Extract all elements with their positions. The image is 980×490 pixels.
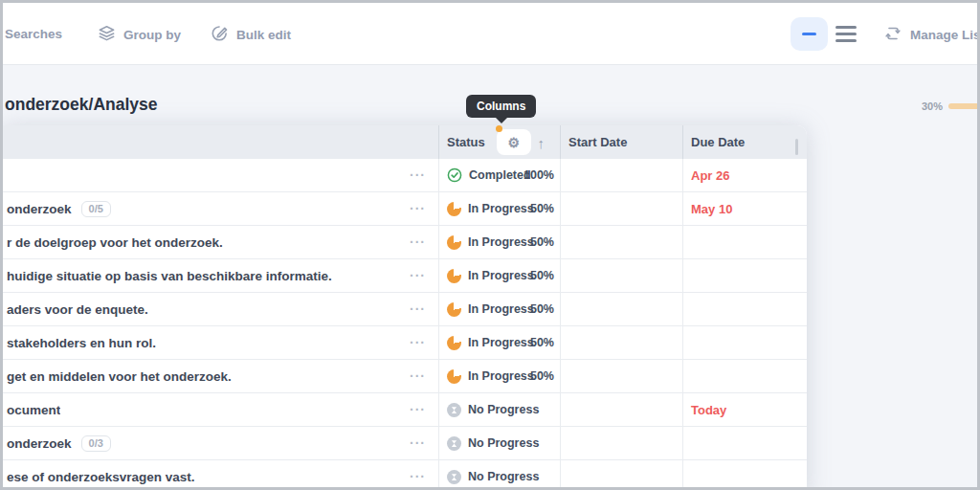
due-date: May 10 [683, 202, 732, 216]
progress-percent: 50% [530, 336, 554, 349]
start-date-cell[interactable] [560, 427, 682, 459]
table-row[interactable]: ··· Completed 100% Apr 26 [3, 159, 807, 192]
start-date-cell[interactable] [560, 326, 682, 359]
table-row[interactable]: r de doelgroep voor het onderzoek. ··· I… [3, 226, 807, 259]
sort-ascending-icon[interactable]: ↑ [538, 134, 546, 150]
start-date-cell[interactable] [560, 259, 682, 292]
task-name[interactable]: stakeholders en hun rol. [7, 336, 156, 350]
row-actions-button[interactable]: ··· [410, 269, 426, 282]
status-cell[interactable]: No Progress [438, 393, 560, 426]
status-label: In Progress [468, 302, 534, 316]
status-in-progress-icon [447, 269, 461, 283]
menu-icon[interactable] [835, 26, 857, 42]
due-date-cell[interactable] [682, 460, 807, 490]
task-name[interactable]: r de doelgroep voor het onderzoek. [7, 235, 223, 250]
due-date-cell[interactable] [682, 427, 807, 459]
table-row[interactable]: get en middelen voor het onderzoek. ··· … [3, 360, 807, 393]
manage-lists-button[interactable]: Manage Lists [883, 24, 980, 46]
progress-percent: 50% [530, 302, 554, 316]
task-table: Status ⚙ ↑ Start Date Due Date ··· [3, 125, 807, 490]
task-name[interactable]: onderzoek [7, 202, 72, 216]
status-label: Completed [469, 168, 531, 182]
start-date-cell[interactable] [560, 159, 682, 191]
saved-searches-button[interactable]: Searches [5, 27, 62, 41]
task-name[interactable]: ese of onderzoeksvragen vast. [7, 470, 195, 484]
row-actions-button[interactable]: ··· [410, 235, 426, 249]
status-cell[interactable]: In Progress 50% [438, 259, 560, 292]
manage-lists-label: Manage Lists [910, 28, 980, 42]
task-name[interactable]: huidige situatie op basis van beschikbar… [7, 269, 332, 283]
start-date-cell[interactable] [560, 226, 682, 258]
columns-settings-button[interactable]: ⚙ [497, 129, 531, 155]
task-name[interactable]: onderzoek [7, 436, 72, 451]
scrollbar-thumb[interactable] [795, 139, 798, 155]
status-cell[interactable]: No Progress [438, 427, 560, 459]
status-label: No Progress [468, 403, 539, 416]
table-row[interactable]: onderzoek 0/5 ··· In Progress 50% May 10 [3, 192, 807, 226]
table-row[interactable]: ese of onderzoeksvragen vast. ··· No Pro… [3, 460, 807, 490]
task-name-cell: huidige situatie op basis van beschikbar… [3, 259, 438, 292]
table-header-row: Status ⚙ ↑ Start Date Due Date [3, 125, 807, 159]
table-row[interactable]: ocument ··· No Progress Today [3, 393, 807, 427]
status-cell[interactable]: No Progress [438, 460, 560, 490]
start-date-cell[interactable] [560, 360, 682, 392]
status-label: In Progress [468, 336, 534, 349]
group-by-button[interactable]: Group by [98, 24, 181, 45]
task-name-cell: onderzoek 0/3 ··· [3, 427, 438, 459]
progress-percent: 50% [530, 235, 554, 249]
column-header-status[interactable]: Status ⚙ ↑ [438, 125, 560, 159]
due-date-cell[interactable]: Today [682, 393, 807, 426]
due-date-cell[interactable] [682, 293, 807, 325]
task-name[interactable]: aders voor de enquete. [7, 302, 148, 317]
status-in-progress-icon [447, 235, 461, 250]
row-actions-button[interactable]: ··· [410, 302, 426, 316]
row-actions-button[interactable]: ··· [410, 470, 426, 483]
progress-bar [948, 103, 980, 109]
status-in-progress-icon [447, 302, 461, 317]
due-date-cell[interactable] [682, 259, 807, 292]
collapse-all-button[interactable] [791, 17, 828, 51]
status-cell[interactable]: In Progress 50% [438, 192, 560, 225]
start-date-cell[interactable] [560, 192, 682, 225]
bulk-edit-button[interactable]: Bulk edit [211, 24, 291, 45]
task-name-cell: get en middelen voor het onderzoek. ··· [3, 360, 438, 392]
status-label: No Progress [468, 436, 539, 450]
start-date-cell[interactable] [560, 393, 682, 426]
status-cell[interactable]: In Progress 50% [438, 326, 560, 359]
table-row[interactable]: onderzoek 0/3 ··· No Progress [3, 427, 807, 460]
start-date-cell[interactable] [560, 460, 682, 490]
table-row[interactable]: stakeholders en hun rol. ··· In Progress… [3, 326, 807, 360]
due-date-cell[interactable] [682, 326, 807, 359]
column-header-name [3, 125, 438, 159]
status-cell[interactable]: Completed 100% [438, 159, 560, 191]
task-name[interactable]: ocument [7, 403, 60, 417]
due-date-cell[interactable]: May 10 [682, 192, 807, 225]
row-actions-button[interactable]: ··· [410, 436, 426, 450]
columns-tooltip: Columns [466, 95, 536, 118]
column-header-due-date[interactable]: Due Date [682, 125, 807, 159]
table-body: ··· Completed 100% Apr 26 onderzoek 0/5 … [3, 159, 807, 490]
gear-icon: ⚙ [507, 136, 520, 149]
due-date-cell[interactable] [682, 360, 807, 392]
row-actions-button[interactable]: ··· [410, 369, 426, 383]
due-date: Today [683, 403, 726, 417]
due-date-cell[interactable] [682, 226, 807, 258]
group-by-label: Group by [123, 28, 181, 42]
status-label: In Progress [468, 269, 534, 282]
table-row[interactable]: aders voor de enquete. ··· In Progress 5… [3, 293, 807, 326]
top-toolbar: Searches Group by Bulk edit [3, 3, 977, 65]
due-date-cell[interactable]: Apr 26 [682, 159, 807, 191]
table-row[interactable]: huidige situatie op basis van beschikbar… [3, 259, 807, 293]
progress-percent: 100% [523, 168, 554, 182]
row-actions-button[interactable]: ··· [410, 168, 426, 182]
status-cell[interactable]: In Progress 50% [438, 293, 560, 325]
task-name[interactable]: get en middelen voor het onderzoek. [7, 369, 232, 384]
progress-percent: 50% [530, 202, 554, 215]
start-date-cell[interactable] [560, 293, 682, 325]
row-actions-button[interactable]: ··· [410, 336, 426, 349]
row-actions-button[interactable]: ··· [410, 403, 426, 416]
column-header-start-date[interactable]: Start Date [560, 125, 682, 159]
status-cell[interactable]: In Progress 50% [438, 360, 560, 392]
row-actions-button[interactable]: ··· [410, 202, 426, 215]
status-cell[interactable]: In Progress 50% [438, 226, 560, 258]
